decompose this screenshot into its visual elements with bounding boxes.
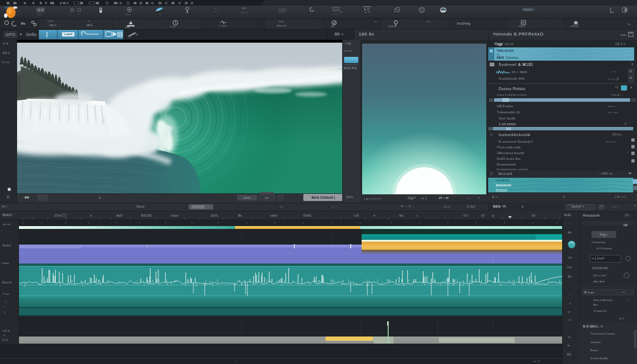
svg-text:D0TL: D0TL bbox=[211, 214, 219, 217]
svg-text:50: 50 bbox=[532, 214, 535, 217]
svg-text:t…: t… bbox=[416, 214, 419, 217]
svg-text:nxxrd: nxxrd bbox=[519, 25, 525, 27]
svg-text:xxs: xxs bbox=[427, 20, 430, 23]
svg-text:vw rxxxs: vw rxxxs bbox=[332, 13, 339, 15]
svg-text:xxXrxs: xxXrxs bbox=[571, 25, 579, 27]
svg-text:#: # bbox=[373, 214, 375, 217]
svg-text:xx: xx bbox=[374, 20, 377, 23]
svg-text:rx: rx bbox=[88, 19, 91, 22]
svg-text:wx.: wx. bbox=[330, 25, 335, 27]
svg-text:B6: B6 bbox=[238, 214, 242, 217]
svg-text:r.x xxrxp: r.x xxrxp bbox=[218, 24, 227, 27]
svg-text:txxxxx: txxxxx bbox=[47, 19, 54, 22]
svg-text:D0A1: D0A1 bbox=[303, 214, 311, 217]
svg-text:Osssr: Osssr bbox=[171, 214, 179, 217]
svg-text:4s: 4s bbox=[628, 23, 630, 26]
svg-text:Ms: Ms bbox=[21, 22, 26, 25]
svg-text:Ω: Ω bbox=[492, 214, 494, 217]
svg-text:o: o bbox=[90, 214, 92, 217]
svg-text:18L1: 18L1 bbox=[86, 24, 93, 27]
svg-text:txx33%xg: txx33%xg bbox=[457, 22, 471, 26]
svg-text:fxxxs: fxxxs bbox=[279, 20, 284, 23]
svg-text:xs: xs bbox=[215, 7, 217, 9]
svg-text:xxsxrs: xxsxrs bbox=[125, 13, 130, 16]
svg-text:xx: xx bbox=[77, 13, 79, 15]
svg-text:xx: xx bbox=[215, 10, 217, 13]
svg-text:0B;: 0B; bbox=[399, 214, 404, 217]
svg-text:20HB: 20HB bbox=[334, 9, 338, 10]
svg-text:t9p9: t9p9 bbox=[116, 214, 122, 217]
svg-text:sssr: sssr bbox=[242, 7, 246, 9]
svg-text:xxxxx;: xxxxx; bbox=[170, 25, 176, 28]
svg-text:B3CE5: B3CE5 bbox=[141, 214, 152, 217]
svg-text:pxxx'x: pxxx'x bbox=[389, 25, 396, 27]
svg-text:ıO: ıO bbox=[481, 214, 485, 217]
svg-text:txxxxs: txxxxs bbox=[37, 13, 42, 16]
svg-text:swd: swd bbox=[125, 26, 130, 28]
svg-text:1O:4;: 1O:4; bbox=[54, 214, 62, 217]
svg-text:Oxxx-xxx: Oxxx-xxx bbox=[277, 24, 287, 27]
svg-text:sxxr xxs: sxxr xxs bbox=[241, 11, 247, 14]
svg-text:0:0: 0:0 bbox=[464, 214, 468, 217]
svg-text:19L.1: 19L.1 bbox=[49, 24, 57, 27]
svg-text:sx: sx bbox=[159, 13, 161, 15]
svg-text:ı:00: ı:00 bbox=[354, 214, 359, 217]
svg-text:'ssrt±: 'ssrt± bbox=[270, 214, 278, 217]
svg-text:xs: xs bbox=[69, 13, 71, 15]
